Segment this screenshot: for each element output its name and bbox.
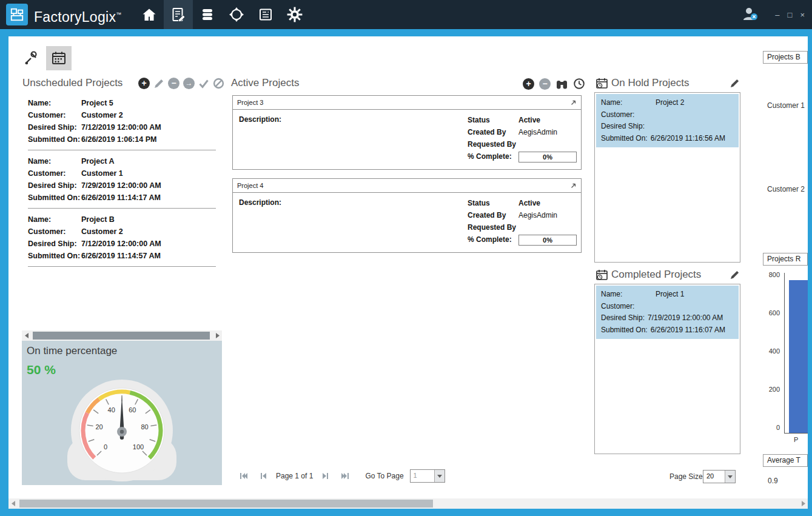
- nav-settings-button[interactable]: [280, 0, 309, 29]
- chart-y-tick: 0.9: [768, 477, 778, 485]
- unscheduled-project-list: Name:Project 5 Customer:Customer 2 Desir…: [22, 92, 222, 330]
- window-controls: – □ ×: [775, 0, 805, 29]
- scroll-left-arrow[interactable]: [8, 498, 18, 509]
- expand-icon[interactable]: [570, 99, 577, 106]
- average-t-panel-title: Average T: [763, 454, 808, 467]
- app-title: FactoryLogix™: [34, 0, 122, 29]
- on-hold-project-card[interactable]: Name:Project 2 Customer: Desired Ship: S…: [596, 94, 739, 147]
- nav-planning-button[interactable]: [164, 0, 193, 29]
- calendar-clock-icon: [596, 77, 608, 90]
- expand-icon[interactable]: [570, 183, 577, 189]
- page-size-value: 20: [703, 471, 725, 483]
- nav-documents-button[interactable]: [251, 0, 280, 29]
- tools-icon: [23, 50, 39, 66]
- add-project-button[interactable]: +: [138, 78, 150, 89]
- page-indicator: Page 1 of 1: [276, 472, 313, 480]
- home-icon: [141, 7, 157, 22]
- move-project-button[interactable]: →: [183, 78, 195, 89]
- scroll-right-arrow[interactable]: [212, 330, 222, 341]
- previous-page-button[interactable]: [258, 471, 269, 481]
- titlebar: FactoryLogix™: [0, 0, 812, 29]
- nav-home-button[interactable]: [135, 0, 164, 29]
- chevron-down-icon: [728, 475, 733, 478]
- nav-materials-button[interactable]: [193, 0, 222, 29]
- dropdown-button[interactable]: [434, 470, 445, 482]
- production-compass-icon: [229, 7, 244, 22]
- minimize-button[interactable]: –: [775, 10, 779, 19]
- on-time-percentage-panel: On time percentage 50 % 0 20: [22, 341, 222, 485]
- unscheduled-horizontal-scrollbar[interactable]: [22, 330, 222, 341]
- divider: [28, 266, 216, 267]
- tab-schedule[interactable]: [46, 46, 72, 70]
- chart-x-label: P: [794, 436, 798, 443]
- percent-complete-field[interactable]: 0%: [518, 152, 577, 163]
- goto-page-combobox[interactable]: 1: [410, 469, 445, 483]
- active-project-card[interactable]: Project 3 Description: StatusActive Crea…: [232, 95, 582, 170]
- card-title: Project 4: [237, 182, 263, 189]
- search-binoculars-icon[interactable]: [555, 78, 568, 90]
- factorylogix-logo-icon: [6, 4, 28, 25]
- close-button[interactable]: ×: [800, 10, 805, 19]
- svg-text:100: 100: [133, 443, 144, 451]
- card-title: Project 3: [237, 99, 263, 106]
- svg-text:20: 20: [95, 423, 102, 431]
- created-by-value: AegisAdmin: [518, 128, 557, 136]
- completed-projects-panel: Name:Project 1 Customer: Desired Ship:7/…: [594, 284, 740, 454]
- scrollbar-thumb[interactable]: [19, 500, 433, 508]
- materials-stack-icon: [200, 7, 215, 22]
- active-toolbar: + −: [523, 78, 585, 90]
- list-item[interactable]: Name:Project 5 Customer:Customer 2 Desir…: [22, 92, 222, 150]
- svg-text:60: 60: [129, 406, 136, 414]
- remove-project-button[interactable]: −: [168, 78, 180, 89]
- svg-text:0: 0: [104, 443, 107, 451]
- accept-check-icon[interactable]: [198, 78, 209, 89]
- chevron-down-icon: [437, 475, 442, 478]
- card-body: Description: StatusActive Created ByAegi…: [232, 193, 582, 253]
- chart-bar: [789, 280, 808, 433]
- edit-pencil-icon[interactable]: [730, 270, 740, 280]
- add-active-project-button[interactable]: +: [523, 78, 534, 90]
- gear-icon: [286, 6, 303, 23]
- scrollbar-thumb[interactable]: [33, 332, 210, 340]
- card-body: Description: StatusActive Created ByAegi…: [232, 110, 582, 170]
- created-by-value: AegisAdmin: [518, 211, 557, 219]
- card-header[interactable]: Project 3: [232, 95, 582, 110]
- edit-pencil-icon[interactable]: [730, 78, 740, 89]
- first-page-button[interactable]: [238, 471, 249, 481]
- scroll-left-arrow[interactable]: [22, 330, 32, 341]
- calendar-icon: [51, 50, 67, 66]
- dropdown-button[interactable]: [725, 471, 735, 483]
- goto-page-label: Go To Page: [365, 472, 403, 480]
- user-account-button[interactable]: [742, 6, 759, 22]
- edit-pencil-icon[interactable]: [153, 78, 164, 89]
- completed-project-card[interactable]: Name:Project 1 Customer: Desired Ship:7/…: [596, 286, 739, 339]
- next-page-button[interactable]: [320, 471, 331, 481]
- page-size-label: Page Size: [669, 472, 703, 481]
- chart-y-axis: [784, 273, 785, 434]
- clock-icon[interactable]: [573, 78, 585, 90]
- cancel-block-icon[interactable]: [213, 78, 224, 89]
- percent-complete-field[interactable]: 0%: [518, 235, 577, 246]
- active-project-card[interactable]: Project 4 Description: StatusActive Crea…: [232, 178, 582, 253]
- chart-x-axis: [784, 433, 808, 434]
- completed-projects-title: Completed Projects: [611, 269, 701, 281]
- unscheduled-projects-title: Unscheduled Projects: [22, 77, 122, 89]
- card-header[interactable]: Project 4: [232, 178, 582, 193]
- on-hold-projects-panel: Name:Project 2 Customer: Desired Ship: S…: [594, 92, 740, 263]
- main-nav: [135, 0, 309, 29]
- scroll-right-arrow[interactable]: [798, 498, 808, 509]
- gauge-title: On time percentage: [27, 345, 117, 357]
- list-item[interactable]: Name:Project A Customer:Customer 1 Desir…: [22, 150, 222, 209]
- nav-production-button[interactable]: [222, 0, 251, 29]
- maximize-button[interactable]: □: [788, 10, 793, 19]
- status-value: Active: [518, 199, 540, 207]
- last-page-button[interactable]: [340, 471, 351, 481]
- documents-news-icon: [258, 7, 273, 22]
- main-horizontal-scrollbar[interactable]: [8, 498, 808, 509]
- tab-configuration[interactable]: [18, 46, 44, 70]
- user-icon: [742, 6, 759, 22]
- page-size-combobox[interactable]: 20: [703, 470, 736, 483]
- factorylogix-window: FactoryLogix™: [0, 0, 812, 516]
- remove-active-project-button[interactable]: −: [539, 78, 551, 90]
- list-item[interactable]: Name:Project B Customer:Customer 2 Desir…: [22, 209, 222, 267]
